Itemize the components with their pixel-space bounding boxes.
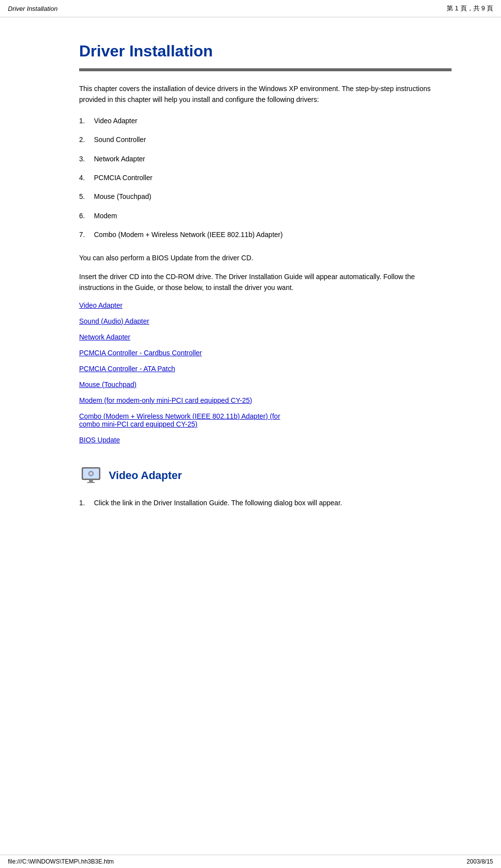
driver-list: 1. Video Adapter 2. Sound Controller 3. …	[79, 115, 452, 241]
video-adapter-icon	[79, 464, 103, 487]
list-text: Network Adapter	[94, 153, 145, 164]
list-item: 5. Mouse (Touchpad)	[79, 191, 452, 202]
link-combo[interactable]: Combo (Modem + Wireless Network (IEEE 80…	[79, 412, 452, 428]
cd-instructions: Insert the driver CD into the CD-ROM dri…	[79, 271, 452, 293]
link-sound-adapter[interactable]: Sound (Audio) Adapter	[79, 317, 452, 325]
svg-rect-3	[87, 482, 95, 483]
list-text: Sound Controller	[94, 134, 146, 145]
link-bios-update[interactable]: BIOS Update	[79, 436, 452, 444]
list-text: PCMCIA Controller	[94, 172, 152, 183]
video-adapter-steps: 1. Click the link in the Driver Installa…	[79, 497, 452, 508]
list-item: 6. Modem	[79, 210, 452, 221]
list-item: 2. Sound Controller	[79, 134, 452, 145]
list-text: Mouse (Touchpad)	[94, 191, 151, 202]
footer-date: 2003/8/15	[467, 858, 493, 865]
list-num: 3.	[79, 153, 94, 164]
footer-path: file:///C:\WINDOWS\TEMP\.hh3B3E.htm	[8, 858, 114, 865]
links-section: Video Adapter Sound (Audio) Adapter Netw…	[79, 301, 452, 444]
list-num: 2.	[79, 134, 94, 145]
step-item: 1. Click the link in the Driver Installa…	[79, 497, 452, 508]
list-num: 6.	[79, 210, 94, 221]
header-title: Driver Installation	[8, 5, 57, 12]
list-num: 5.	[79, 191, 94, 202]
list-text: Modem	[94, 210, 117, 221]
link-video-adapter[interactable]: Video Adapter	[79, 301, 452, 309]
list-text: Video Adapter	[94, 115, 137, 126]
link-network-adapter[interactable]: Network Adapter	[79, 333, 452, 341]
page-header: Driver Installation 第 1 頁，共 9 頁	[0, 0, 501, 17]
list-num: 7.	[79, 229, 94, 240]
svg-point-5	[90, 473, 92, 475]
title-divider	[79, 68, 452, 71]
header-page-info: 第 1 頁，共 9 頁	[447, 4, 493, 13]
list-item: 3. Network Adapter	[79, 153, 452, 164]
link-modem[interactable]: Modem (for modem-only mini-PCI card equi…	[79, 396, 452, 404]
link-mouse-touchpad[interactable]: Mouse (Touchpad)	[79, 381, 452, 388]
video-adapter-title: Video Adapter	[109, 469, 182, 482]
intro-text: This chapter covers the installation of …	[79, 83, 452, 105]
page-footer: file:///C:\WINDOWS\TEMP\.hh3B3E.htm 2003…	[0, 855, 501, 868]
list-item: 7. Combo (Modem + Wireless Network (IEEE…	[79, 229, 452, 240]
list-num: 4.	[79, 172, 94, 183]
page-title: Driver Installation	[79, 42, 452, 60]
list-item: 1. Video Adapter	[79, 115, 452, 126]
link-pcmcia-ata[interactable]: PCMCIA Controller - ATA Patch	[79, 365, 452, 373]
list-text: Combo (Modem + Wireless Network (IEEE 80…	[94, 229, 283, 240]
list-item: 4. PCMCIA Controller	[79, 172, 452, 183]
step-text: Click the link in the Driver Installatio…	[94, 497, 342, 508]
main-content: Driver Installation This chapter covers …	[0, 17, 501, 536]
svg-rect-2	[89, 480, 93, 482]
step-num: 1.	[79, 497, 94, 508]
bios-note: You can also perform a BIOS Update from …	[79, 252, 452, 263]
list-num: 1.	[79, 115, 94, 126]
link-pcmcia-cardbus[interactable]: PCMCIA Controller - Cardbus Controller	[79, 349, 452, 357]
section-heading-row: Video Adapter	[79, 464, 452, 487]
video-adapter-section: Video Adapter 1. Click the link in the D…	[79, 464, 452, 508]
